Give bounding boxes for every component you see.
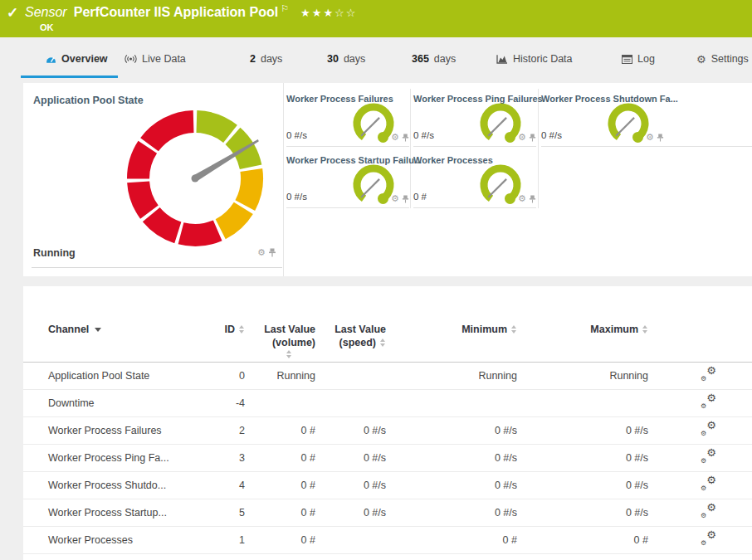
last-value-speed: 0 #/s [315,452,386,464]
gear-icon[interactable]: ⚙ [518,133,526,142]
minimum-value: 0 #/s [386,452,517,464]
last-value-volume: 0 # [245,425,315,436]
pin-icon[interactable] [529,134,536,142]
maximum-value: Running [517,370,648,382]
channel-name[interactable]: Worker Process Failures [23,425,214,436]
tab-label: Historic Data [513,53,573,65]
col-header-minimum[interactable]: Minimum [386,286,517,362]
last-value-volume: 0 # [245,534,315,546]
tab-2-days[interactable]: 2days [250,37,282,80]
col-header-channel[interactable]: Channel [23,286,214,362]
tab-log[interactable]: Log [622,37,655,80]
priority-stars[interactable]: ★★★☆☆ [300,7,357,19]
pin-icon[interactable] [268,248,276,257]
last-value-volume: 0 # [245,452,315,464]
channel-name[interactable]: Worker Process Startup... [23,507,214,519]
table-row-worker-process-startup[interactable]: Worker Process Startup...50 #0 #/s0 #/s0… [23,499,752,527]
maximum-value: 0 # [517,534,648,546]
gauge-icon [46,54,56,65]
last-value-speed: 0 #/s [315,480,386,491]
sensor-status-header: ✓ SensorPerfCounter IIS Application Pool… [0,0,752,37]
pin-icon[interactable] [402,134,409,142]
gear-icon: ⚙ [696,54,706,65]
gauge-actions: ⚙ [391,194,409,203]
tab-overview[interactable]: Overview [46,37,108,80]
maximum-value: 0 #/s [517,425,648,436]
tab-live-data[interactable]: Live Data [125,37,186,80]
tab-number: 30 [327,53,339,65]
gauge-tile-worker-processes[interactable]: Worker Processes0 #⚙ [413,150,536,208]
channel-name[interactable]: Worker Processes [23,534,214,546]
last-value-speed: 0 #/s [315,425,386,436]
maximum-value: 0 #/s [517,452,648,464]
gauge-tile-worker-process-ping-failures[interactable]: Worker Process Ping Failures0 #/s⚙ [413,89,536,147]
gear-icon[interactable]: ⚙ [257,248,266,257]
col-header-last-value-speed[interactable]: Last Value (speed) [315,286,386,362]
gauge-value: 0 #/s [286,130,307,140]
flag-icon[interactable]: ⚐ [281,3,289,14]
gauge-tile-worker-process-startup-failu[interactable]: Worker Process Startup Failu...0 #/s⚙ [286,150,409,208]
channel-settings-icon[interactable]: ⚙⚙ [700,477,716,491]
gear-icon[interactable]: ⚙ [391,133,399,142]
sort-arrows-icon [239,325,245,334]
table-row-worker-process-failures[interactable]: Worker Process Failures20 #0 #/s0 #/s0 #… [23,417,752,445]
tab-label: Overview [61,53,108,65]
channel-settings-icon[interactable]: ⚙⚙ [700,395,716,409]
last-value-speed: 0 #/s [315,507,386,519]
channel-name[interactable]: Worker Process Shutdo... [23,480,214,491]
pin-icon[interactable] [402,195,409,203]
tab-bar: OverviewLive Data2days30days365daysHisto… [0,37,752,80]
gauge-dial [350,162,397,212]
table-row-worker-process-ping-fa[interactable]: Worker Process Ping Fa...30 #0 #/s0 #/s0… [23,445,752,472]
tab-365-days[interactable]: 365days [412,37,456,80]
gauge-value: 0 #/s [541,130,562,140]
table-row-worker-process-shutdo[interactable]: Worker Process Shutdo...40 #0 #/s0 #/s0 … [23,472,752,499]
gear-icon[interactable]: ⚙ [518,194,526,203]
channel-name[interactable]: Downtime [23,397,214,409]
channel-id: -4 [214,397,245,409]
last-value-volume: 0 # [245,507,315,519]
table-row-worker-processes[interactable]: Worker Processes10 #0 #0 #⚙⚙ [23,527,752,554]
application-pool-state-gauge[interactable] [125,108,266,252]
channel-id: 4 [214,480,245,491]
sensor-title-line: SensorPerfCounter IIS Application Pool⚐★… [25,3,357,20]
tab-label: days [434,53,456,65]
status-badge: OK [40,22,54,32]
tab-settings[interactable]: ⚙Settings [696,37,749,80]
channel-id: 2 [214,425,245,436]
channel-settings-icon[interactable]: ⚙⚙ [700,504,716,519]
col-header-id[interactable]: ID [214,286,245,362]
pin-icon[interactable] [529,195,536,203]
main-gauge-value: Running [33,247,76,259]
gear-icon[interactable]: ⚙ [646,133,654,142]
tab-historic-data[interactable]: Historic Data [496,37,573,80]
channel-settings-icon[interactable]: ⚙⚙ [700,422,716,436]
channel-name[interactable]: Application Pool State [23,370,214,382]
last-value-volume: 0 # [245,480,315,491]
broadcast-icon [125,54,137,64]
channel-settings-icon[interactable]: ⚙⚙ [700,450,716,464]
table-row-downtime[interactable]: Downtime-4⚙⚙ [23,390,752,417]
channel-name[interactable]: Worker Process Ping Fa... [23,452,214,464]
page-title: PerfCounter IIS Application Pool [74,5,279,19]
gear-icon[interactable]: ⚙ [391,194,399,203]
gauge-tile-worker-process-shutdown-fa[interactable]: Worker Process Shutdown Fa...0 #/s⚙ [541,89,752,147]
channel-settings-icon[interactable]: ⚙⚙ [700,532,716,546]
pin-icon[interactable] [657,134,664,142]
col-header-last-value-volume[interactable]: Last Value (volume) [245,286,315,362]
divider [538,89,539,208]
tab-label: Live Data [142,53,186,65]
main-gauge-title: Application Pool State [33,95,144,106]
gauge-tile-worker-process-failures[interactable]: Worker Process Failures0 #/s⚙ [286,89,409,147]
tab-30-days[interactable]: 30days [327,37,365,80]
table-row-application-pool-state[interactable]: Application Pool State0RunningRunningRun… [23,363,752,390]
channel-id: 0 [214,370,245,382]
col-header-maximum[interactable]: Maximum [517,286,648,362]
minimum-value: 0 #/s [386,507,517,519]
divider [32,267,282,268]
sort-arrows-icon [286,350,292,358]
divider [283,83,284,276]
channel-settings-icon[interactable]: ⚙⚙ [700,368,716,382]
maximum-value: 0 #/s [517,507,648,519]
gauge-actions: ⚙ [391,133,409,142]
